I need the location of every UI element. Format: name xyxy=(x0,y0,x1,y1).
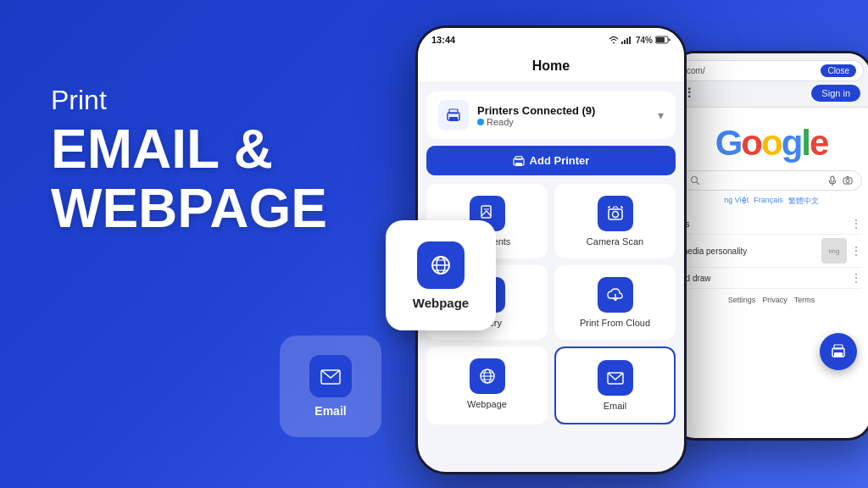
status-bar: 13:44 74% xyxy=(418,28,684,52)
print-from-cloud-label: Print From Cloud xyxy=(580,318,650,328)
camera-search-icon xyxy=(843,175,853,186)
svg-rect-13 xyxy=(669,39,670,42)
camera-scan-icon-box xyxy=(598,196,633,231)
email-card-float[interactable]: Email xyxy=(280,336,381,437)
email-icon-box xyxy=(598,360,633,396)
printer-info: Printers Connected (9) Ready xyxy=(477,104,649,127)
lang-zh[interactable]: 繁體中文 xyxy=(788,196,819,207)
webpage-icon-box xyxy=(470,358,505,394)
webpage-float-label: Webpage xyxy=(413,296,469,310)
svg-rect-45 xyxy=(834,352,843,357)
footer-terms[interactable]: Terms xyxy=(794,296,815,304)
google-letter-g: G xyxy=(715,123,742,163)
chevron-down-icon[interactable]: ▾ xyxy=(658,108,664,122)
google-letter-g2: g xyxy=(782,123,802,163)
svg-rect-10 xyxy=(629,36,631,44)
result-row-2: img ⋮ xyxy=(821,238,862,263)
camera-scan-label: Camera Scan xyxy=(587,236,643,247)
browser-toolbar: ⠿ Sign in xyxy=(679,81,864,102)
grid-item-webpage[interactable]: Webpage xyxy=(426,347,548,424)
google-logo: Google xyxy=(715,123,828,164)
sign-in-button[interactable]: Sign in xyxy=(811,85,860,102)
battery-icon xyxy=(655,36,670,44)
email-float-label: Email xyxy=(314,404,346,418)
browser-footer: Settings Privacy Terms xyxy=(728,296,815,304)
app-header: Home xyxy=(418,52,684,83)
svg-point-6 xyxy=(613,42,615,44)
add-printer-label: Add Printer xyxy=(530,154,590,167)
browser-bar: com/ Close ⠿ Sign in xyxy=(672,53,868,108)
google-search-bar[interactable] xyxy=(681,170,862,191)
result-item-1: es ⋮ xyxy=(681,214,862,235)
search-icon xyxy=(690,175,700,186)
more-icon-3[interactable]: ⋮ xyxy=(850,271,862,285)
battery-text: 74% xyxy=(636,36,653,45)
email-grid-label: Email xyxy=(604,401,627,411)
grid-item-email[interactable]: Email xyxy=(554,347,676,424)
print-from-cloud-icon-box xyxy=(598,277,633,313)
lang-viet[interactable]: ng Việt xyxy=(724,196,748,207)
grid-item-print-from-cloud[interactable]: Print From Cloud xyxy=(554,265,676,340)
printer-card-icon xyxy=(438,100,469,130)
lang-fr[interactable]: Français xyxy=(754,196,783,207)
status-icons: 74% xyxy=(609,36,670,45)
svg-rect-7 xyxy=(621,42,623,44)
language-row: ng Việt Français 繁體中文 xyxy=(724,196,818,207)
result-text-2: media personality xyxy=(681,247,747,256)
camera-scan-icon xyxy=(606,204,625,223)
app-title: Home xyxy=(532,58,570,73)
more-icon-2[interactable]: ⋮ xyxy=(850,244,862,258)
footer-privacy[interactable]: Privacy xyxy=(762,296,787,304)
email-icon xyxy=(319,364,342,388)
add-printer-button[interactable]: Add Printer xyxy=(426,146,676,175)
svg-rect-39 xyxy=(831,176,834,182)
title-line1: EMAIL & xyxy=(51,119,327,179)
svg-line-38 xyxy=(697,182,700,186)
wifi-icon xyxy=(609,36,619,44)
email-grid-icon xyxy=(606,369,625,387)
title-line2: WEBPAGE xyxy=(51,179,327,238)
print-fab-button[interactable] xyxy=(820,333,857,370)
webpage-float-icon-box xyxy=(417,241,465,289)
browser-content: Google ng Việ xyxy=(672,108,868,313)
status-dot xyxy=(477,119,484,125)
grid-item-camera-scan[interactable]: Camera Scan xyxy=(554,184,676,258)
google-letter-e: e xyxy=(810,123,827,163)
network-icon xyxy=(478,367,497,385)
print-label: Print xyxy=(51,85,327,116)
printer-status-text: Ready xyxy=(487,117,514,127)
print-fab-icon xyxy=(829,342,848,361)
svg-rect-9 xyxy=(626,38,628,44)
left-text-area: Print EMAIL & WEBPAGE xyxy=(51,85,327,239)
printer-card[interactable]: Printers Connected (9) Ready ▾ xyxy=(426,92,676,139)
more-icon-1[interactable]: ⋮ xyxy=(850,217,862,230)
result-thumb-1: img xyxy=(821,238,847,263)
google-letter-o2: o xyxy=(761,123,782,163)
signal-icon xyxy=(621,36,633,44)
search-results: es ⋮ media personality img ⋮ nd draw ⋮ xyxy=(681,214,862,289)
google-letter-l: l xyxy=(801,123,810,163)
google-letter-o1: o xyxy=(741,123,761,163)
webpage-grid-label: Webpage xyxy=(467,399,507,409)
add-printer-icon xyxy=(513,155,525,167)
svg-point-23 xyxy=(612,212,618,218)
printer-title: Printers Connected (9) xyxy=(477,104,649,117)
browser-close-button[interactable]: Close xyxy=(821,64,856,77)
svg-rect-12 xyxy=(656,37,665,42)
printer-status: Ready xyxy=(477,117,649,127)
svg-rect-8 xyxy=(624,40,626,44)
svg-point-37 xyxy=(692,177,698,183)
svg-rect-19 xyxy=(515,163,522,166)
result-item-2: media personality img ⋮ xyxy=(681,235,862,268)
email-float-icon-box xyxy=(309,355,352,397)
footer-settings[interactable]: Settings xyxy=(728,296,756,304)
url-bar[interactable]: com/ Close xyxy=(679,60,864,81)
browser-screen: com/ Close ⠿ Sign in Google xyxy=(672,53,868,438)
svg-point-42 xyxy=(846,180,849,183)
status-time: 13:44 xyxy=(431,35,455,45)
webpage-card-float[interactable]: Webpage xyxy=(386,220,496,330)
printer-icon xyxy=(445,107,462,124)
webpage-icon xyxy=(427,252,454,279)
main-title: EMAIL & WEBPAGE xyxy=(51,119,327,239)
mic-icon xyxy=(827,175,837,186)
